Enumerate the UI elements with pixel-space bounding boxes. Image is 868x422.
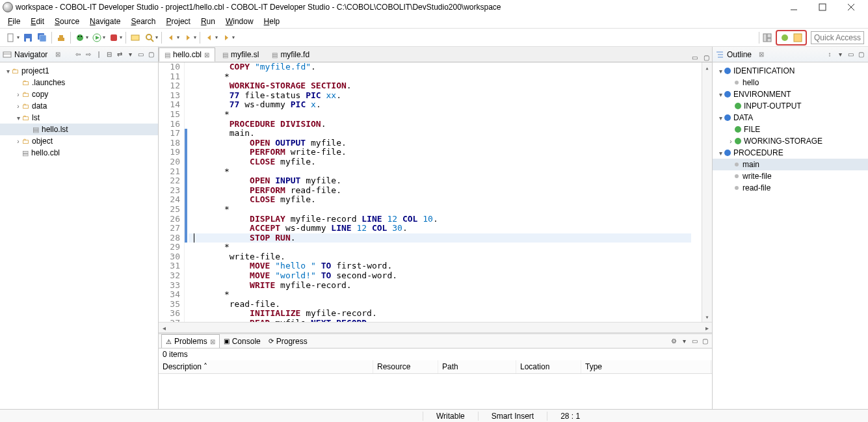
outline-item-read-file[interactable]: read-file	[713, 182, 868, 194]
nav-item-project1[interactable]: ▾🗀project1	[0, 65, 158, 77]
bottom-tab-progress[interactable]: ⟳Progress	[265, 334, 311, 348]
menu-edit[interactable]: Edit	[25, 16, 49, 27]
menu-file[interactable]: File	[3, 16, 25, 27]
editor-tab-myfile-fd[interactable]: ▤myfile.fd	[266, 47, 315, 62]
scroll-right-icon[interactable]: ▸	[702, 323, 712, 333]
problems-col-type[interactable]: Type	[581, 360, 711, 373]
perspective-buttons	[776, 30, 807, 46]
menu-run[interactable]: Run	[196, 16, 220, 27]
problems-col-description[interactable]: Description ˄	[159, 360, 373, 373]
horizontal-scrollbar[interactable]: ◂ ▸	[159, 322, 712, 332]
debug-perspective-button[interactable]	[780, 33, 790, 43]
outline-item-hello[interactable]: hello	[713, 77, 868, 88]
outline-view-menu-icon[interactable]: ▾	[835, 50, 845, 59]
pin-icon[interactable]: ⊠	[55, 51, 60, 58]
menu-project[interactable]: Project	[161, 16, 196, 27]
vertical-scrollbar[interactable]: ▴ ▾	[702, 62, 712, 322]
outline-maximize-icon[interactable]: ▢	[856, 50, 865, 59]
dropdown-arrow-icon[interactable]: ▾	[155, 34, 158, 40]
outline-item-data[interactable]: ▾DATA	[713, 112, 868, 124]
menu-help[interactable]: Help	[259, 16, 285, 27]
minimize-view-icon[interactable]: ▭	[136, 50, 145, 59]
problems-col-resource[interactable]: Resource	[373, 360, 438, 373]
nav-item--launches[interactable]: 🗀.launches	[0, 77, 158, 88]
maximize-view-icon[interactable]: ▢	[146, 50, 155, 59]
save-all-button[interactable]	[36, 31, 49, 44]
quick-access-input[interactable]: Quick Access	[811, 31, 864, 44]
scroll-up-icon[interactable]: ▴	[705, 62, 709, 73]
editor-tab-myfile-sl[interactable]: ▤myfile.sl	[217, 47, 265, 62]
collapse-all-icon[interactable]: ⊟	[105, 50, 114, 59]
run-button[interactable]	[90, 31, 103, 44]
search-button[interactable]	[143, 31, 156, 44]
nav-forward-button[interactable]	[220, 31, 233, 44]
outline-item-main[interactable]: main	[713, 159, 868, 170]
nav-back-icon[interactable]: ⇦	[73, 50, 83, 59]
problems-view-menu-icon[interactable]: ▾	[679, 337, 689, 346]
annotation-prev-button[interactable]	[164, 31, 178, 44]
link-editor-icon[interactable]: ⇄	[115, 50, 124, 59]
bottom-tab-console[interactable]: ▣Console	[220, 334, 265, 348]
problems-col-path[interactable]: Path	[438, 360, 516, 373]
build-button[interactable]	[55, 31, 68, 44]
scroll-left-icon[interactable]: ◂	[159, 323, 169, 333]
outline-item-procedure[interactable]: ▾PROCEDURE	[713, 147, 868, 159]
view-menu-icon[interactable]: ▾	[125, 50, 135, 59]
problems-minimize-icon[interactable]: ▭	[690, 337, 699, 346]
nav-item-object[interactable]: ›🗀object	[0, 135, 158, 147]
menu-source[interactable]: Source	[49, 16, 85, 27]
outline-title: Outline	[727, 50, 752, 59]
code-editor[interactable]: 1011121314151617181920212223242526272829…	[159, 62, 712, 322]
outline-item-file[interactable]: FILE	[713, 124, 868, 135]
fold-marker[interactable]	[185, 129, 187, 243]
nav-back-button[interactable]	[203, 31, 216, 44]
pin-icon[interactable]: ⊠	[759, 51, 764, 58]
dropdown-arrow-icon[interactable]: ▾	[103, 34, 105, 40]
minimize-button[interactable]	[785, 1, 803, 14]
outline-minimize-icon[interactable]: ▭	[846, 50, 855, 59]
problems-maximize-icon[interactable]: ▢	[700, 337, 709, 346]
svg-rect-16	[111, 34, 117, 41]
outline-item-input-output[interactable]: INPUT-OUTPUT	[713, 100, 868, 112]
dropdown-arrow-icon[interactable]: ▾	[177, 34, 179, 40]
annotation-next-button[interactable]	[181, 31, 194, 44]
debug-button[interactable]	[73, 31, 86, 44]
menu-navigate[interactable]: Navigate	[85, 16, 125, 27]
problems-col-location[interactable]: Location	[516, 360, 581, 373]
dropdown-arrow-icon[interactable]: ▾	[120, 34, 122, 40]
editor-tab-hello-cbl[interactable]: ▤hello.cbl ⊠	[159, 47, 215, 62]
cobol-perspective-button[interactable]	[793, 33, 803, 43]
external-tools-button[interactable]	[107, 31, 120, 44]
outline-item-working-storage[interactable]: ›WORKING-STORAGE	[713, 135, 868, 147]
editor-maximize-icon[interactable]: ▢	[702, 53, 711, 62]
maximize-button[interactable]	[813, 1, 832, 14]
nav-item-data[interactable]: ›🗀data	[0, 100, 158, 112]
editor-minimize-icon[interactable]: ▭	[690, 53, 699, 62]
outline-item-environment[interactable]: ▾ENVIRONMENT	[713, 88, 868, 100]
outline-item-write-file[interactable]: write-file	[713, 170, 868, 182]
outline-sort-icon[interactable]: ↕	[825, 50, 834, 59]
dropdown-arrow-icon[interactable]: ▾	[86, 34, 88, 40]
open-type-button[interactable]	[129, 31, 142, 44]
nav-item-hello-lst[interactable]: ▤hello.lst	[0, 124, 158, 135]
dropdown-arrow-icon[interactable]: ▾	[232, 34, 235, 40]
scroll-down-icon[interactable]: ▾	[705, 311, 709, 322]
nav-item-copy[interactable]: ›🗀copy	[0, 88, 158, 100]
perspective-switch-icon[interactable]	[763, 33, 772, 42]
dropdown-arrow-icon[interactable]: ▾	[194, 34, 196, 40]
bottom-tab-problems[interactable]: ⚠Problems ⊠	[161, 334, 220, 348]
menu-window[interactable]: Window	[220, 16, 259, 27]
nav-item-lst[interactable]: ▾🗀lst	[0, 112, 158, 124]
nav-item-hello-cbl[interactable]: ▤hello.cbl	[0, 147, 158, 159]
dropdown-arrow-icon[interactable]: ▾	[17, 34, 20, 40]
problems-view-gear-icon[interactable]: ⚙	[669, 337, 678, 346]
svg-point-13	[81, 36, 82, 37]
menu-search[interactable]: Search	[125, 16, 161, 27]
new-button[interactable]	[5, 31, 18, 44]
close-button[interactable]	[842, 1, 860, 14]
dropdown-arrow-icon[interactable]: ▾	[215, 34, 218, 40]
nav-fwd-icon[interactable]: ⇨	[84, 50, 93, 59]
save-button[interactable]	[21, 31, 34, 44]
outline-item-identification[interactable]: ▾IDENTIFICATION	[713, 65, 868, 77]
problems-panel: ⚠Problems ⊠▣Console⟳Progress ⚙ ▾ ▭ ▢ 0 i…	[159, 332, 712, 409]
